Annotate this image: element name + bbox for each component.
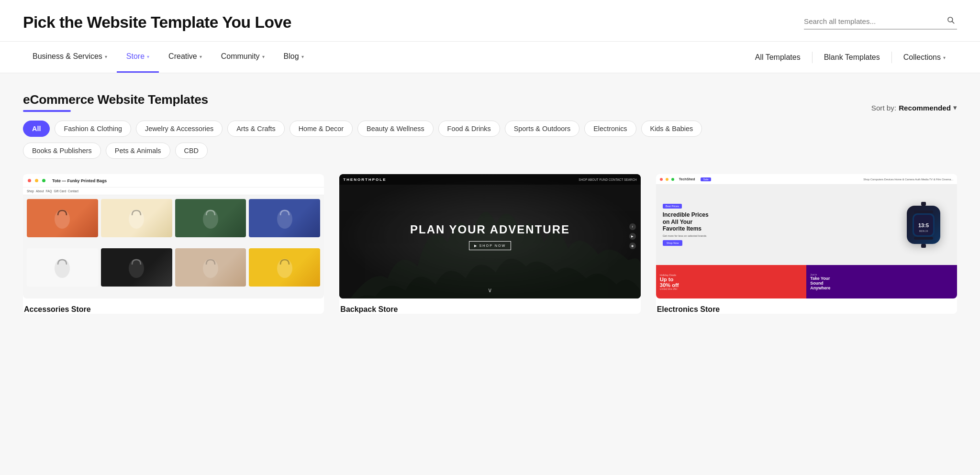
nav-item-business[interactable]: Business & Services ▾ (23, 42, 117, 73)
nav-left: Business & Services ▾ Store ▾ Creative ▾… (23, 42, 313, 73)
svg-point-5 (277, 210, 292, 229)
filter-row-2: Books & Publishers Pets & Animals CBD (23, 143, 957, 159)
svg-point-9 (277, 259, 292, 278)
template-card-electronics[interactable]: TechShed Sale Shop Computers Devices Hom… (656, 174, 957, 314)
filter-pill-kids[interactable]: Kids & Babies (641, 121, 702, 137)
template-name-backpack: Backpack Store (339, 305, 640, 314)
search-container (804, 16, 957, 30)
sort-label: Sort by: (871, 104, 896, 112)
template-card-backpack[interactable]: THENORTHPOLE SHOP ABOUT FUND CONTACT SEA… (339, 174, 640, 314)
svg-point-7 (129, 259, 144, 278)
svg-point-2 (55, 210, 70, 229)
nav-item-blank-templates[interactable]: Blank Templates (813, 43, 891, 72)
chevron-down-icon: ▾ (262, 54, 265, 59)
svg-point-4 (203, 210, 218, 229)
filter-pill-beauty[interactable]: Beauty & Wellness (357, 121, 434, 137)
section-header: eCommerce Website Templates Sort by: Rec… (23, 92, 957, 112)
svg-point-6 (55, 259, 70, 278)
svg-point-8 (203, 259, 218, 278)
template-thumb-backpack: THENORTHPOLE SHOP ABOUT FUND CONTACT SEA… (339, 174, 640, 298)
chevron-down-icon: ▾ (301, 54, 304, 59)
svg-point-3 (129, 210, 144, 229)
nav-item-store[interactable]: Store ▾ (117, 42, 159, 73)
svg-rect-10 (914, 210, 933, 213)
template-grid: Tote — Funky Printed Bags ShopAboutFAQGi… (23, 174, 957, 314)
filter-pill-fashion[interactable]: Fashion & Clothing (55, 121, 131, 137)
nav-item-creative[interactable]: Creative ▾ (159, 42, 212, 73)
filter-pill-all[interactable]: All (23, 121, 50, 137)
svg-line-1 (952, 21, 954, 23)
search-button[interactable] (945, 16, 957, 27)
sort-bar[interactable]: Sort by: Recommended ▾ (871, 103, 957, 112)
filter-pill-cbd[interactable]: CBD (175, 143, 208, 159)
filter-pill-electronics[interactable]: Electronics (584, 121, 636, 137)
search-input[interactable] (804, 17, 945, 25)
template-name-electronics: Electronics Store (656, 305, 957, 314)
svg-text:MON 24: MON 24 (919, 230, 928, 232)
section-title-underline (23, 110, 71, 112)
template-thumb-accessories: Tote — Funky Printed Bags ShopAboutFAQGi… (23, 174, 324, 298)
filter-pill-food[interactable]: Food & Drinks (438, 121, 500, 137)
filter-pill-arts[interactable]: Arts & Crafts (227, 121, 285, 137)
page-title: Pick the Website Template You Love (23, 13, 291, 32)
svg-text:13:5: 13:5 (918, 222, 929, 228)
chevron-down-icon: ▾ (953, 103, 957, 112)
template-thumb-electronics: TechShed Sale Shop Computers Devices Hom… (656, 174, 957, 298)
template-name-accessories: Accessories Store (23, 305, 324, 314)
filter-pill-sports[interactable]: Sports & Outdoors (505, 121, 579, 137)
top-header: Pick the Website Template You Love (0, 0, 980, 42)
main-nav: Business & Services ▾ Store ▾ Creative ▾… (0, 42, 980, 73)
filter-pill-home[interactable]: Home & Decor (290, 121, 353, 137)
nav-item-all-templates[interactable]: All Templates (744, 43, 812, 72)
section-title: eCommerce Website Templates (23, 92, 208, 107)
nav-item-community[interactable]: Community ▾ (212, 42, 274, 73)
nav-item-collections[interactable]: Collections ▾ (892, 43, 957, 72)
chevron-down-icon: ▾ (147, 54, 149, 59)
section-title-group: eCommerce Website Templates (23, 92, 208, 112)
chevron-down-icon: ▾ (200, 54, 202, 59)
filter-pill-jewelry[interactable]: Jewelry & Accessories (136, 121, 223, 137)
nav-item-blog[interactable]: Blog ▾ (274, 42, 313, 73)
template-card-accessories[interactable]: Tote — Funky Printed Bags ShopAboutFAQGi… (23, 174, 324, 314)
nav-right: All Templates Blank Templates Collection… (744, 43, 957, 72)
chevron-down-icon: ▾ (105, 54, 107, 59)
svg-rect-11 (914, 237, 933, 240)
filter-pill-pets[interactable]: Pets & Animals (106, 143, 170, 159)
filter-row-1: All Fashion & Clothing Jewelry & Accesso… (23, 121, 957, 137)
chevron-down-icon: ▾ (943, 55, 946, 60)
filter-pill-books[interactable]: Books & Publishers (23, 143, 101, 159)
sort-value: Recommended (899, 104, 951, 112)
main-content: eCommerce Website Templates Sort by: Rec… (0, 73, 980, 333)
